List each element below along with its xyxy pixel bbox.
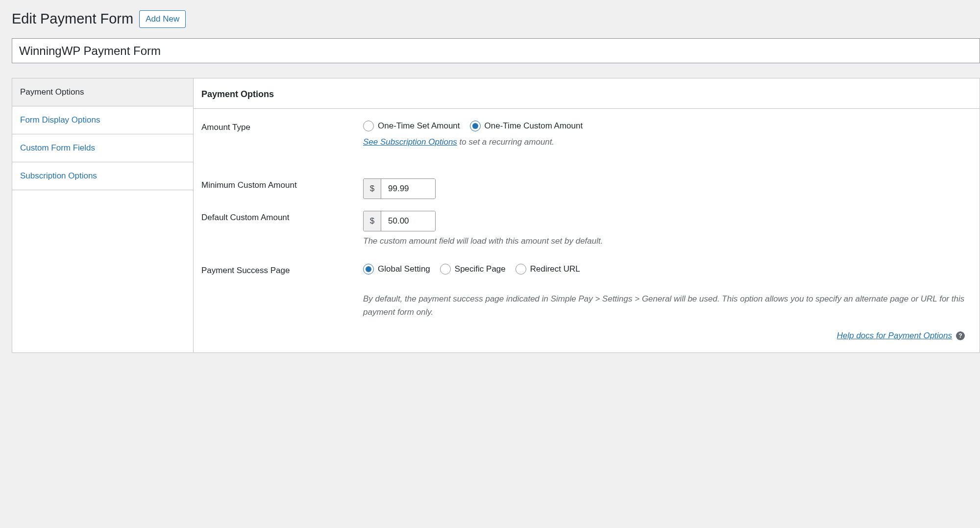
label-payment-success-page: Payment Success Page [201,264,363,276]
description-payment-success-page: By default, the payment success page ind… [363,292,972,319]
currency-symbol: $ [364,179,381,199]
label-amount-type: Amount Type [201,121,363,132]
link-help-docs[interactable]: Help docs for Payment Options [837,331,952,341]
radio-specific-page[interactable]: Specific Page [440,264,506,275]
radio-label: One-Time Set Amount [378,121,460,131]
radio-icon [363,264,374,275]
radio-label: Redirect URL [530,264,580,274]
tab-custom-form-fields[interactable]: Custom Form Fields [12,134,193,162]
page-title: Edit Payment Form [12,10,133,28]
settings-metabox: Payment Options Form Display Options Cus… [12,78,980,352]
label-default-custom-amount: Default Custom Amount [201,211,363,223]
input-default-custom-amount[interactable] [381,211,435,231]
help-icon[interactable]: ? [956,331,965,340]
currency-symbol: $ [364,211,381,231]
radio-one-time-custom-amount[interactable]: One-Time Custom Amount [470,121,583,131]
radio-one-time-set-amount[interactable]: One-Time Set Amount [363,121,460,131]
help-text-rest: to set a recurring amount. [457,137,554,147]
link-see-subscription-options[interactable]: See Subscription Options [363,137,457,147]
form-title-input[interactable] [12,38,980,64]
radio-icon [363,121,374,131]
radio-global-setting[interactable]: Global Setting [363,264,430,275]
panel-payment-options: Payment Options Amount Type One-Time Set… [194,78,980,352]
tab-subscription-options[interactable]: Subscription Options [12,162,193,190]
tab-form-display-options[interactable]: Form Display Options [12,106,193,134]
radio-icon [440,264,451,275]
panel-heading: Payment Options [194,78,980,109]
label-minimum-custom-amount: Minimum Custom Amount [201,178,363,190]
radio-redirect-url[interactable]: Redirect URL [515,264,580,275]
tab-payment-options[interactable]: Payment Options [12,78,193,106]
radio-label: Global Setting [378,264,430,274]
settings-tabs: Payment Options Form Display Options Cus… [12,78,194,352]
radio-icon [515,264,526,275]
radio-label: One-Time Custom Amount [485,121,583,131]
radio-label: Specific Page [455,264,506,274]
radio-icon [470,121,481,131]
add-new-button[interactable]: Add New [139,10,186,28]
description-default-custom-amount: The custom amount field will load with t… [363,236,972,246]
input-minimum-custom-amount[interactable] [381,179,435,199]
